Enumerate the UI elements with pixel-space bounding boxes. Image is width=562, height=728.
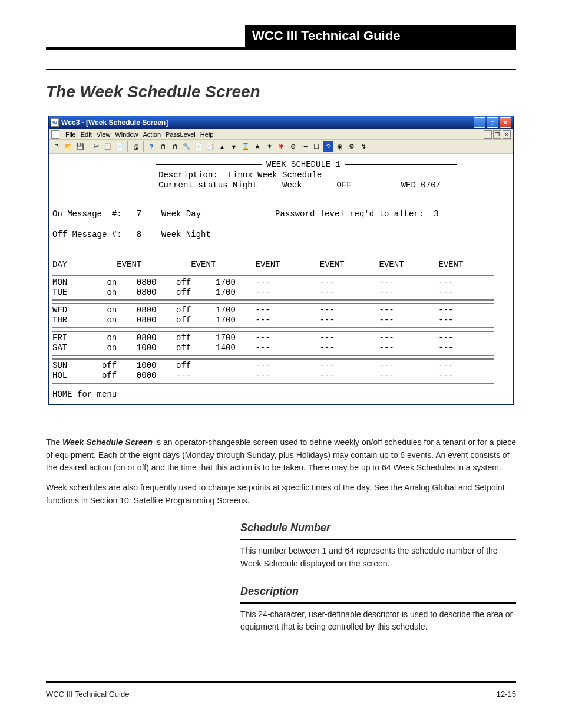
section-heading: The Week Schedule Screen [46, 83, 260, 101]
separator-icon [127, 141, 128, 152]
emphasis: Week Schedule Screen [62, 437, 153, 447]
topbar-left-blank [46, 25, 245, 47]
tool-icon[interactable]: ▲ [217, 141, 227, 152]
tool-icon[interactable]: ⇢ [299, 141, 310, 152]
footer-left: WCC III Technical Guide [46, 690, 129, 699]
tool-icon[interactable]: ⌛ [240, 141, 251, 152]
schedule-row: TUE on 0800 off 1700 --- --- --- --- [52, 288, 510, 298]
menu-passlevel[interactable]: PassLevel [166, 131, 196, 138]
tool-icon[interactable]: ✱ [276, 141, 286, 152]
tool-icon[interactable]: ✶ [264, 141, 275, 152]
mdi-close-button[interactable]: × [503, 130, 511, 139]
copy-icon[interactable]: 📋 [103, 141, 113, 152]
field-description: This number between 1 and 64 represents … [240, 545, 516, 570]
tool-icon[interactable]: ▼ [229, 141, 239, 152]
tool-icon[interactable]: 🗒 [170, 141, 180, 152]
doc-icon[interactable] [51, 130, 59, 139]
menu-view[interactable]: View [97, 131, 111, 138]
mdi-restore-button[interactable]: ❐ [493, 130, 501, 139]
page-top-bar: WCC III Technical Guide [46, 25, 516, 47]
save-icon[interactable]: 💾 [75, 141, 85, 152]
tool-icon[interactable]: ⚙ [346, 141, 357, 152]
tool-icon[interactable]: ? [323, 141, 333, 152]
menu-window[interactable]: Window [115, 131, 138, 138]
tool-icon[interactable]: ↯ [358, 141, 369, 152]
print-icon[interactable]: 🖨 [130, 141, 141, 152]
on-message-line: On Message #: 7 Week Day Password level … [52, 209, 438, 219]
tool-icon[interactable]: 🔧 [181, 141, 192, 152]
field-rule [240, 539, 516, 540]
menu-file[interactable]: File [65, 131, 76, 138]
app-window: W Wcc3 - [Week Schedule Screen] _ □ × Fi… [48, 116, 514, 405]
cut-icon[interactable]: ✂ [91, 141, 101, 152]
field-title: Schedule Number [240, 520, 516, 536]
footer-note: HOME for menu [52, 390, 510, 400]
tool-icon[interactable]: ⊘ [287, 141, 298, 152]
separator-icon [88, 141, 88, 152]
description-line: Description: Linux Week Schedule [158, 170, 510, 181]
field-rule [240, 602, 516, 604]
tool-icon[interactable]: ★ [252, 141, 263, 152]
rule-thick [46, 47, 516, 50]
status-line: Current status Night Week OFF WED 0707 [158, 180, 510, 191]
titlebar[interactable]: W Wcc3 - [Week Schedule Screen] _ □ × [49, 116, 513, 129]
mdi-minimize-button[interactable]: _ [484, 130, 492, 139]
schedule-table: MON on 0800 off 1700 --- --- --- ---TUE … [52, 275, 510, 384]
field-description-block: Description This 24-character, user-defi… [240, 584, 516, 634]
menubar: File Edit View Window Action PassLevel H… [49, 129, 513, 140]
terminal-content: WEEK SCHEDULE 1 Description: Linux Week … [49, 154, 513, 404]
app-icon: W [51, 118, 59, 127]
paragraph: The Week Schedule Screen is an operator-… [46, 436, 516, 475]
body-text: The Week Schedule Screen is an operator-… [46, 436, 516, 634]
field-description: This 24-character, user-definable descri… [240, 608, 516, 634]
schedule-row: SAT on 1000 off 1400 --- --- --- --- [52, 343, 510, 354]
guide-title: WCC III Technical Guide [245, 25, 516, 47]
schedule-row: WED on 0800 off 1700 --- --- --- --- [52, 305, 510, 316]
schedule-row: MON on 0800 off 1700 --- --- --- --- [52, 278, 510, 288]
footer-rule [46, 681, 516, 683]
minimize-button[interactable]: _ [474, 117, 485, 128]
open-icon[interactable]: 📂 [63, 141, 74, 152]
tool-icon[interactable]: 📄 [193, 141, 204, 152]
page-footer: WCC III Technical Guide 12-15 [46, 690, 516, 699]
help-icon[interactable]: ? [146, 141, 157, 152]
tool-icon[interactable]: 📑 [205, 141, 216, 152]
tool-icon[interactable]: 🗒 [158, 141, 168, 152]
paragraph: Week schedules are also frequently used … [46, 482, 516, 507]
schedule-row: HOL off 0000 --- --- --- --- --- [52, 371, 510, 381]
rule-thin [46, 69, 516, 70]
paste-icon[interactable]: 📄 [114, 141, 125, 152]
maximize-button[interactable]: □ [487, 117, 498, 128]
footer-right: 12-15 [497, 690, 516, 699]
off-message-line: Off Message #: 8 Week Night [52, 230, 211, 239]
close-button[interactable]: × [500, 117, 511, 128]
tool-icon[interactable]: ◉ [335, 141, 345, 152]
menu-help[interactable]: Help [200, 131, 214, 138]
schedule-row: SUN off 1000 off --- --- --- --- [52, 361, 510, 371]
banner-text: WEEK SCHEDULE 1 [266, 160, 340, 170]
field-title: Description [240, 584, 516, 600]
schedule-row: FRI on 0800 off 1700 --- --- --- --- [52, 333, 510, 344]
schedule-row: THR on 0800 off 1700 --- --- --- --- [52, 315, 510, 326]
field-schedule-number: Schedule Number This number between 1 an… [240, 520, 516, 570]
schedule-banner: WEEK SCHEDULE 1 [52, 160, 510, 170]
new-icon[interactable]: 🗋 [51, 141, 62, 152]
window-title: Wcc3 - [Week Schedule Screen] [61, 118, 474, 127]
menu-edit[interactable]: Edit [81, 131, 92, 138]
separator-icon [143, 141, 144, 152]
menu-action[interactable]: Action [143, 131, 161, 138]
toolbar: 🗋 📂 💾 ✂ 📋 📄 🖨 ? 🗒 🗒 🔧 📄 📑 ▲ ▼ ⌛ ★ ✶ ✱ ⊘ … [49, 140, 513, 154]
column-headers: DAY EVENT EVENT EVENT EVENT EVENT EVENT [52, 260, 510, 271]
tool-icon[interactable]: ☐ [311, 141, 322, 152]
